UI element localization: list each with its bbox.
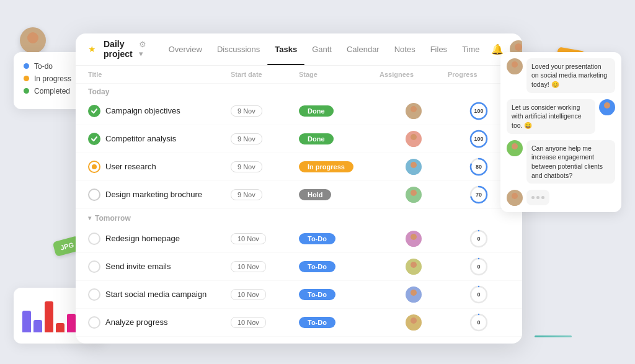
typing-dots xyxy=(526,190,549,205)
task-date: 9 Nov xyxy=(231,133,299,144)
today-tasks: Campaign objectives 9 Nov Done 100 xyxy=(76,97,522,209)
chat-avatar xyxy=(507,140,523,156)
svg-point-41 xyxy=(510,150,520,156)
bell-icon[interactable]: 🔔 xyxy=(491,43,504,55)
svg-point-0 xyxy=(27,32,38,43)
task-assignee xyxy=(380,231,448,247)
svg-point-2 xyxy=(515,43,522,51)
nav-tab-overview[interactable]: Overview xyxy=(161,42,210,56)
svg-point-28 xyxy=(411,290,417,296)
svg-point-36 xyxy=(512,61,518,68)
tomorrow-tasks: Redesign homepage 10 Nov To-Do 0 xyxy=(76,225,522,337)
svg-point-9 xyxy=(409,141,419,147)
main-card: ★ Daily project ⚙ ▾ OverviewDiscussionsT… xyxy=(76,33,522,344)
typing-avatar xyxy=(507,190,523,206)
table-row[interactable]: Start social media campaign 10 Nov To-Do… xyxy=(76,281,522,309)
chevron-icon: ▾ xyxy=(88,215,91,221)
svg-point-39 xyxy=(602,109,612,115)
nav-tab-files[interactable]: Files xyxy=(423,42,455,56)
task-stage: Done xyxy=(299,133,380,144)
task-title: Campaign objectives xyxy=(88,105,231,117)
task-title: Start social media campaign xyxy=(88,288,231,301)
table-row[interactable]: Send invite emails 10 Nov To-Do 0 xyxy=(76,253,522,281)
task-title: Redesign homepage xyxy=(88,233,231,245)
col-stage: Stage xyxy=(299,71,380,78)
user-avatar xyxy=(20,27,46,53)
task-stage: Hold xyxy=(299,189,380,200)
task-stage: To-Do xyxy=(299,260,380,272)
task-assignee xyxy=(380,314,448,331)
task-date: 9 Nov xyxy=(231,105,299,117)
nav-tab-time[interactable]: Time xyxy=(455,42,487,56)
legend-completed-label: Completed xyxy=(34,87,70,95)
task-date: 10 Nov xyxy=(231,288,299,300)
svg-point-33 xyxy=(409,324,419,331)
svg-point-21 xyxy=(409,241,419,247)
svg-point-16 xyxy=(411,190,417,196)
task-title: Competitor analysis xyxy=(88,133,231,145)
svg-point-32 xyxy=(411,317,417,324)
task-stage: In progress xyxy=(299,161,380,172)
task-assignee xyxy=(380,159,448,175)
task-assignee xyxy=(380,103,448,119)
svg-point-43 xyxy=(510,200,520,206)
teal-decoration xyxy=(535,335,572,337)
task-assignee xyxy=(380,259,448,275)
table-row[interactable]: User research 9 Nov In progress 80 xyxy=(76,153,522,181)
table-header: Title Start date Stage Assignees Progres… xyxy=(76,66,522,84)
chat-message: Loved your presentation on social media … xyxy=(507,58,615,93)
table-row[interactable]: Competitor analysis 9 Nov Done 100 xyxy=(76,125,522,153)
task-date: 9 Nov xyxy=(231,189,299,200)
gear-icon[interactable]: ⚙ ▾ xyxy=(139,40,146,58)
tomorrow-section-header[interactable]: ▾ Tomorrow xyxy=(76,209,522,225)
nav-tab-calendar[interactable]: Calendar xyxy=(339,42,387,56)
svg-point-13 xyxy=(409,169,419,175)
star-icon[interactable]: ★ xyxy=(88,44,96,54)
chat-typing-indicator xyxy=(507,190,615,206)
table-row[interactable]: Analyze progress 10 Nov To-Do 0 xyxy=(76,309,522,337)
col-assignees: Assignees xyxy=(380,71,448,78)
nav-tab-notes[interactable]: Notes xyxy=(387,42,423,56)
svg-point-17 xyxy=(409,197,419,203)
nav-tab-gantt[interactable]: Gantt xyxy=(304,42,339,56)
completed-dot xyxy=(24,88,29,94)
table-body: Today Campaign objectives 9 Nov Done xyxy=(76,84,522,338)
task-stage: To-Do xyxy=(299,316,380,328)
tomorrow-label: Tomorrow xyxy=(95,214,131,223)
chat-message: Let us consider working with artificial … xyxy=(507,99,615,134)
svg-point-42 xyxy=(512,193,518,199)
project-title: Daily project xyxy=(104,39,133,59)
task-title: Send invite emails xyxy=(88,260,231,273)
svg-point-24 xyxy=(411,262,417,268)
nav-tab-discussions[interactable]: Discussions xyxy=(210,42,267,56)
svg-point-37 xyxy=(510,68,520,74)
chart-bar xyxy=(22,311,31,332)
svg-point-25 xyxy=(409,269,419,275)
task-title: Design marketing brochure xyxy=(88,189,231,201)
chat-avatar xyxy=(507,58,523,74)
task-assignee xyxy=(380,187,448,203)
task-assignee xyxy=(380,131,448,147)
task-progress: 0 xyxy=(448,229,510,249)
inprogress-dot xyxy=(24,76,29,81)
chat-avatar xyxy=(599,99,615,115)
task-progress: 0 xyxy=(448,313,510,332)
svg-point-40 xyxy=(512,143,518,149)
col-startdate: Start date xyxy=(231,71,299,78)
table-row[interactable]: Redesign homepage 10 Nov To-Do 0 xyxy=(76,225,522,253)
legend-inprogress-label: In progress xyxy=(34,74,71,83)
task-date: 10 Nov xyxy=(231,260,299,272)
svg-point-4 xyxy=(411,106,417,112)
svg-point-20 xyxy=(411,234,417,240)
chat-bubble: Loved your presentation on social media … xyxy=(526,58,615,93)
task-stage: To-Do xyxy=(299,233,380,244)
legend-todo-label: To-do xyxy=(34,62,53,71)
table-row[interactable]: Campaign objectives 9 Nov Done 100 xyxy=(76,97,522,125)
table-row[interactable]: Design marketing brochure 9 Nov Hold 70 xyxy=(76,181,522,209)
chat-bubble: Can anyone help me increase engagement b… xyxy=(526,140,615,184)
chart-bar xyxy=(45,301,53,332)
today-label: Today xyxy=(76,84,522,97)
svg-point-12 xyxy=(411,162,417,168)
svg-point-8 xyxy=(411,134,417,140)
nav-tab-tasks[interactable]: Tasks xyxy=(267,42,304,56)
